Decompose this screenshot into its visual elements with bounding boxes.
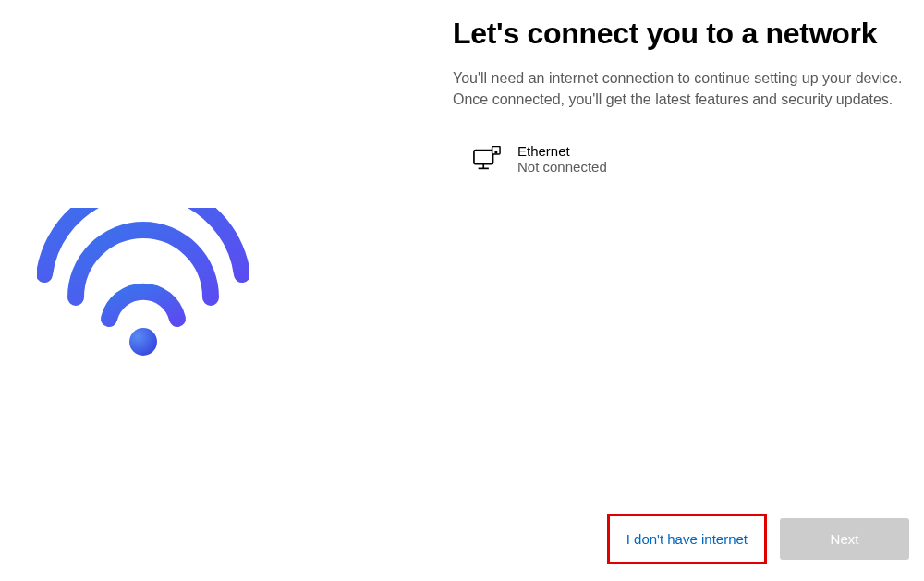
illustration-panel	[0, 0, 453, 581]
button-row: I don't have internet Next	[607, 514, 909, 564]
network-name: Ethernet	[517, 143, 607, 159]
network-status: Not connected	[517, 159, 607, 175]
skip-button-highlight: I don't have internet	[607, 514, 767, 564]
network-info: Ethernet Not connected	[517, 143, 607, 175]
ethernet-network-item[interactable]: Ethernet Not connected	[453, 139, 909, 178]
svg-rect-5	[494, 151, 497, 154]
svg-rect-1	[474, 151, 493, 164]
skip-internet-button[interactable]: I don't have internet	[612, 518, 762, 560]
svg-point-0	[129, 328, 157, 356]
page-description: You'll need an internet connection to co…	[453, 67, 906, 110]
next-button[interactable]: Next	[780, 518, 909, 560]
ethernet-icon	[473, 146, 501, 172]
wifi-icon	[37, 208, 249, 360]
page-title: Let's connect you to a network	[453, 17, 909, 51]
content-panel: Let's connect you to a network You'll ne…	[453, 0, 924, 581]
